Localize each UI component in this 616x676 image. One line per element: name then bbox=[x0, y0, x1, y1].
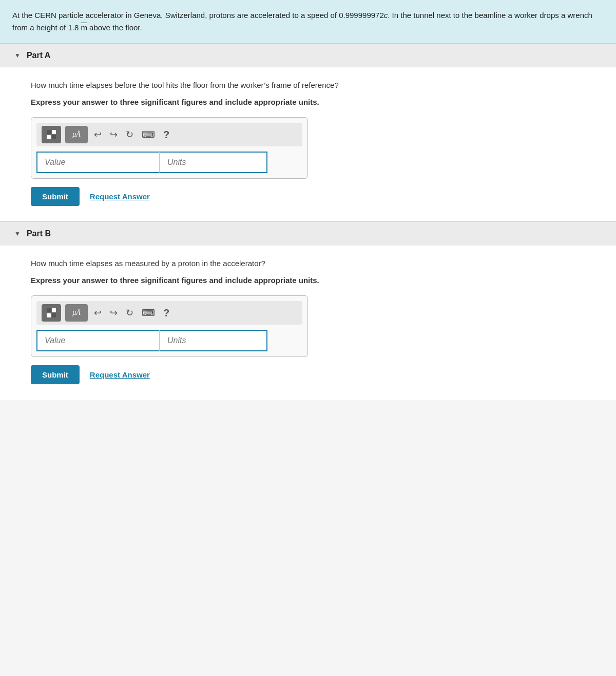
part-b-help-button[interactable]: ? bbox=[161, 306, 171, 320]
part-a-undo-button[interactable]: ↩ bbox=[92, 128, 104, 141]
part-a-section: ▼ Part A How much time elapses before th… bbox=[0, 44, 616, 221]
part-a-toolbar: μÅ ↩ ↪ ↻ ⌨ ? bbox=[36, 123, 302, 146]
part-b-action-row: Submit Request Answer bbox=[31, 365, 585, 384]
part-b-toolbar: μÅ ↩ ↪ ↻ ⌨ ? bbox=[36, 301, 302, 325]
part-b-header[interactable]: ▼ Part B bbox=[0, 222, 616, 246]
part-b-value-input[interactable] bbox=[36, 330, 160, 351]
part-a-question: How much time elapses before the tool hi… bbox=[31, 80, 585, 91]
part-b-question: How much time elapses as measured by a p… bbox=[31, 258, 585, 270]
part-a-action-row: Submit Request Answer bbox=[31, 187, 585, 206]
part-a-redo-button[interactable]: ↪ bbox=[108, 128, 120, 141]
part-b-request-answer-link[interactable]: Request Answer bbox=[90, 370, 150, 379]
part-a-input-row bbox=[36, 152, 302, 173]
part-b-refresh-button[interactable]: ↻ bbox=[124, 306, 136, 320]
intro-text: At the CERN particle accelerator in Gene… bbox=[12, 11, 592, 32]
part-b-widget: μÅ ↩ ↪ ↻ ⌨ ? bbox=[31, 295, 308, 357]
part-a-title: Part A bbox=[27, 51, 51, 60]
part-b-submit-button[interactable]: Submit bbox=[31, 365, 80, 384]
part-a-instruction: Express your answer to three significant… bbox=[31, 97, 585, 108]
part-b-units-button[interactable]: μÅ bbox=[65, 304, 88, 322]
part-a-body: How much time elapses before the tool hi… bbox=[0, 67, 616, 221]
chevron-down-icon: ▼ bbox=[14, 52, 21, 59]
part-b-instruction: Express your answer to three significant… bbox=[31, 275, 585, 287]
part-b-redo-button[interactable]: ↪ bbox=[108, 306, 120, 320]
part-a-refresh-button[interactable]: ↻ bbox=[124, 128, 136, 141]
part-b-mu-label: μÅ bbox=[72, 309, 81, 317]
part-b-input-row bbox=[36, 330, 302, 351]
part-a-value-input[interactable] bbox=[36, 152, 160, 173]
part-a-units-button[interactable]: μÅ bbox=[65, 126, 88, 143]
part-b-matrix-button[interactable] bbox=[42, 304, 61, 322]
part-b-keyboard-button[interactable]: ⌨ bbox=[140, 306, 157, 320]
part-a-request-answer-link[interactable]: Request Answer bbox=[90, 192, 150, 201]
part-b-section: ▼ Part B How much time elapses as measur… bbox=[0, 222, 616, 400]
part-b-body: How much time elapses as measured by a p… bbox=[0, 246, 616, 400]
part-a-widget: μÅ ↩ ↪ ↻ ⌨ ? bbox=[31, 117, 308, 179]
part-b-title: Part B bbox=[27, 229, 51, 238]
part-a-matrix-button[interactable] bbox=[42, 126, 61, 143]
part-a-help-button[interactable]: ? bbox=[161, 128, 171, 142]
intro-box: At the CERN particle accelerator in Gene… bbox=[0, 0, 616, 43]
part-a-submit-button[interactable]: Submit bbox=[31, 187, 80, 206]
part-a-keyboard-button[interactable]: ⌨ bbox=[140, 128, 157, 141]
part-b-units-input[interactable] bbox=[160, 330, 267, 351]
chevron-down-icon-b: ▼ bbox=[14, 230, 21, 237]
part-a-header[interactable]: ▼ Part A bbox=[0, 44, 616, 67]
part-a-units-input[interactable] bbox=[160, 152, 267, 173]
part-a-mu-label: μÅ bbox=[72, 130, 81, 139]
part-b-undo-button[interactable]: ↩ bbox=[92, 306, 104, 320]
